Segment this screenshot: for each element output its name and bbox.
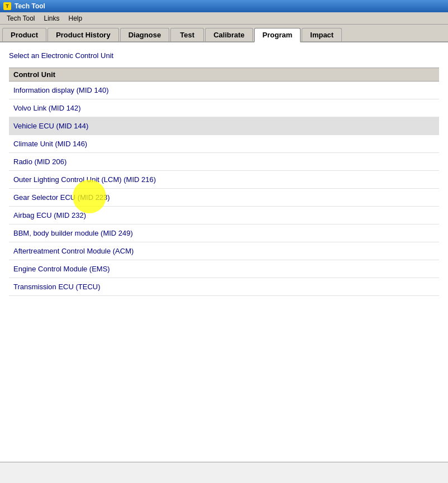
tab-test[interactable]: Test (170, 28, 204, 41)
title-bar-text: Tech Tool (15, 2, 45, 10)
tab-bar: ProductProduct HistoryDiagnoseTestCalibr… (0, 25, 448, 42)
app-icon: T (3, 2, 11, 10)
tab-product[interactable]: Product (2, 28, 46, 41)
menu-item-menu-help[interactable]: Help (64, 13, 87, 23)
ecu-1[interactable]: Volvo Link (MID 142) (9, 99, 439, 117)
ecu-10[interactable]: Engine Control Module (EMS) (9, 260, 439, 278)
ecu-4[interactable]: Radio (MID 206) (9, 153, 439, 171)
ecu-9[interactable]: Aftertreatment Control Module (ACM) (9, 242, 439, 260)
ecu-5[interactable]: Outer Lighting Control Unit (LCM) (MID 2… (9, 171, 439, 189)
ecu-list: Information display (MID 140)Volvo Link … (9, 82, 439, 296)
ecu-6[interactable]: Gear Selector ECU (MID 223) (9, 189, 439, 207)
bottom-panel (0, 462, 448, 483)
tab-impact[interactable]: Impact (302, 28, 342, 41)
tab-program[interactable]: Program (254, 28, 301, 42)
ecu-7[interactable]: Airbag ECU (MID 232) (9, 207, 439, 224)
tab-diagnose[interactable]: Diagnose (120, 28, 170, 41)
column-header: Control Unit (9, 68, 439, 82)
ecu-8[interactable]: BBM, body builder module (MID 249) (9, 224, 439, 242)
ecu-11[interactable]: Transmission ECU (TECU) (9, 278, 439, 296)
menu-item-menu-links[interactable]: Links (39, 13, 64, 23)
title-bar: T Tech Tool (0, 0, 448, 12)
menu-bar: Tech ToolLinksHelp (0, 12, 448, 25)
tab-calibrate[interactable]: Calibrate (205, 28, 253, 41)
menu-item-menu-techtool[interactable]: Tech Tool (2, 13, 39, 23)
ecu-3[interactable]: Climate Unit (MID 146) (9, 135, 439, 153)
ecu-0[interactable]: Information display (MID 140) (9, 82, 439, 99)
tab-history[interactable]: Product History (47, 28, 119, 41)
main-content: Select an Electronic Control Unit Contro… (0, 42, 448, 481)
section-label: Select an Electronic Control Unit (9, 51, 439, 60)
ecu-2[interactable]: Vehicle ECU (MID 144) (9, 117, 439, 135)
